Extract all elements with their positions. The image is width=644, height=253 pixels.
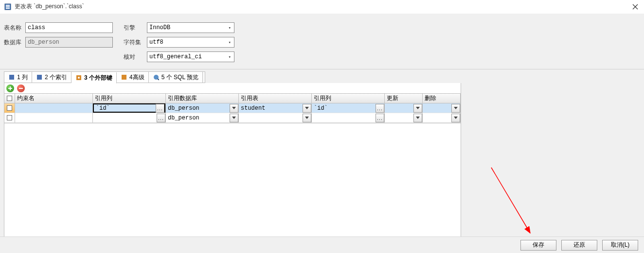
tab-indexes-label: 2 个索引 xyxy=(45,73,67,82)
grid-whitespace xyxy=(4,123,461,244)
header-refcol2[interactable]: 引用列 xyxy=(312,94,385,103)
cell-onupd[interactable] xyxy=(385,113,423,123)
alter-table-icon xyxy=(4,3,12,11)
save-button[interactable]: 保存 xyxy=(520,240,556,251)
form-area: 表名称 引擎 InnoDB ▾ 数据库 字符集 utf8 ▾ 核对 utf8_g… xyxy=(0,14,644,69)
tab-columns-label: 1 列 xyxy=(17,73,28,82)
cell-ondel[interactable] xyxy=(423,113,461,123)
ellipsis-button[interactable] xyxy=(376,104,384,113)
revert-button[interactable]: 还原 xyxy=(561,240,597,251)
cell-onupd[interactable] xyxy=(385,103,423,113)
grid-row[interactable]: `id` db_person student `id` xyxy=(4,103,461,113)
cell-reftab[interactable]: student xyxy=(239,103,312,113)
tab-foreign-keys[interactable]: 3 个外部键 xyxy=(72,72,117,84)
ellipsis-button[interactable] xyxy=(156,104,164,113)
cell-reftab[interactable] xyxy=(239,113,312,123)
header-onupd[interactable]: 更新 xyxy=(385,94,423,103)
ellipsis-button[interactable] xyxy=(376,114,384,122)
row-checkbox[interactable] xyxy=(4,103,15,113)
svg-rect-7 xyxy=(11,75,12,80)
tab-columns[interactable]: 1 列 xyxy=(4,72,32,83)
cancel-button[interactable]: 取消(L) xyxy=(602,240,638,251)
row-checkbox[interactable] xyxy=(4,113,15,123)
grid-header: 约束名 引用列 引用数据库 引用表 引用列 更新 删除 xyxy=(4,94,461,103)
svg-rect-2 xyxy=(6,6,10,7)
cell-refcol[interactable] xyxy=(93,113,166,123)
tab-indexes[interactable]: 2 个索引 xyxy=(32,72,72,83)
cell-constraint[interactable] xyxy=(15,113,93,123)
advanced-icon xyxy=(121,74,127,81)
svg-rect-9 xyxy=(37,77,42,78)
tab-foreign-keys-label: 3 个外部键 xyxy=(84,74,112,82)
table-name-input[interactable] xyxy=(25,22,113,33)
header-checkbox[interactable] xyxy=(4,94,15,103)
titlebar: 更改表 `db_person`.`class` xyxy=(0,0,644,14)
dropdown-button[interactable] xyxy=(413,104,422,113)
header-constraint[interactable]: 约束名 xyxy=(15,94,93,103)
cell-refdb[interactable]: db_person xyxy=(166,113,239,123)
indexes-icon xyxy=(36,74,43,81)
engine-select[interactable]: InnoDB ▾ xyxy=(147,22,234,33)
tab-advanced[interactable]: 4高级 xyxy=(117,72,149,83)
header-refcol[interactable]: 引用列 xyxy=(93,94,166,103)
charset-label: 字符集 xyxy=(124,38,147,47)
tab-sql-preview-label: 5 个 SQL 预览 xyxy=(161,73,198,82)
sql-preview-icon xyxy=(153,74,160,81)
cell-refcol[interactable]: `id` xyxy=(93,103,166,113)
grid-row[interactable]: db_person xyxy=(4,113,461,123)
cell-refcol2[interactable]: `id` xyxy=(312,103,385,113)
header-refdb[interactable]: 引用数据库 xyxy=(166,94,239,103)
tab-advanced-label: 4高级 xyxy=(129,73,144,82)
dropdown-button[interactable] xyxy=(303,104,311,113)
dropdown-button[interactable] xyxy=(230,114,238,122)
cell-refdb[interactable]: db_person xyxy=(166,103,239,113)
ellipsis-button[interactable] xyxy=(157,114,165,122)
charset-select[interactable]: utf8 ▾ xyxy=(147,37,234,48)
bottom-button-bar: 保存 还原 取消(L) xyxy=(0,236,644,253)
dropdown-button[interactable] xyxy=(413,114,422,122)
window-title: 更改表 `db_person`.`class` xyxy=(15,2,84,11)
dropdown-button[interactable] xyxy=(451,104,460,113)
collation-select[interactable]: utf8_general_ci ▾ xyxy=(147,51,234,62)
header-reftab[interactable]: 引用表 xyxy=(239,94,312,103)
cell-constraint[interactable] xyxy=(15,103,93,113)
collation-label: 核对 xyxy=(124,53,147,61)
columns-icon xyxy=(8,74,15,81)
tabstrip: 1 列 2 个索引 3 个外部键 4高级 5 个 SQL 预览 xyxy=(4,71,205,83)
close-button[interactable] xyxy=(628,1,642,13)
cell-refcol2[interactable] xyxy=(312,113,385,123)
svg-rect-3 xyxy=(6,8,10,9)
dropdown-button[interactable] xyxy=(303,114,311,122)
table-name-label: 表名称 xyxy=(4,24,25,32)
svg-rect-1 xyxy=(6,5,10,6)
svg-rect-12 xyxy=(122,75,126,80)
delete-row-button[interactable] xyxy=(17,84,25,92)
cell-ondel[interactable] xyxy=(423,103,461,113)
foreign-key-grid: 约束名 引用列 引用数据库 引用表 引用列 更新 删除 `id` db_pers… xyxy=(4,94,461,123)
database-input xyxy=(25,37,113,48)
header-ondel[interactable]: 删除 xyxy=(423,94,461,103)
svg-point-11 xyxy=(78,77,80,79)
chevron-down-icon: ▾ xyxy=(229,40,232,45)
chevron-down-icon: ▾ xyxy=(229,25,232,31)
engine-label: 引擎 xyxy=(124,24,147,32)
dropdown-button[interactable] xyxy=(230,104,238,113)
database-label: 数据库 xyxy=(4,38,25,47)
dropdown-button[interactable] xyxy=(451,114,460,122)
chevron-down-icon: ▾ xyxy=(229,54,232,60)
svg-line-14 xyxy=(158,79,159,80)
foreign-key-icon xyxy=(75,74,82,81)
tab-sql-preview[interactable]: 5 个 SQL 预览 xyxy=(149,72,203,83)
add-row-button[interactable] xyxy=(6,84,14,92)
